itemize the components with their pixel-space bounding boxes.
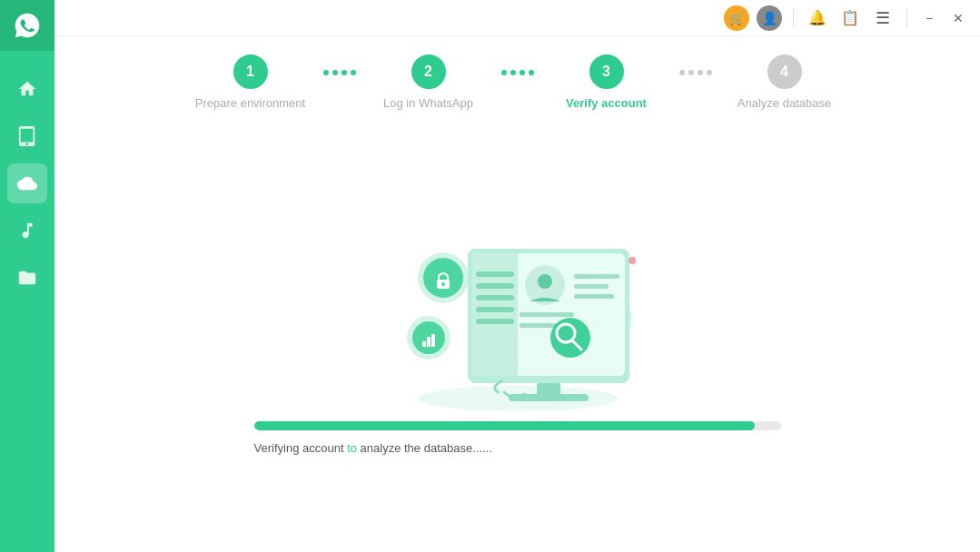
- step-2-label: Log in WhatsApp: [383, 96, 473, 110]
- svg-rect-8: [427, 337, 431, 347]
- sidebar-item-device[interactable]: [7, 116, 47, 156]
- minimize-button[interactable]: −: [918, 7, 940, 29]
- app-logo: [0, 0, 54, 51]
- sidebar: [0, 0, 54, 552]
- step-1-circle: 1: [233, 54, 268, 89]
- step-dots-3: [679, 70, 712, 75]
- dot: [520, 70, 525, 75]
- step-1: 1 Prepare environment: [178, 54, 323, 110]
- monitor-illustration: [363, 203, 672, 421]
- sidebar-item-music[interactable]: [7, 211, 47, 251]
- progress-text-before: Verifying account: [254, 441, 348, 455]
- sidebar-item-home[interactable]: [7, 69, 47, 109]
- sidebar-item-folder[interactable]: [7, 258, 47, 298]
- user-icon[interactable]: 👤: [757, 5, 782, 31]
- step-4-circle: 4: [767, 54, 802, 89]
- step-2-circle: 2: [411, 54, 446, 89]
- svg-rect-27: [574, 294, 614, 299]
- svg-rect-28: [520, 312, 574, 317]
- dot: [698, 70, 703, 75]
- sidebar-item-backup[interactable]: [7, 163, 47, 203]
- svg-point-2: [423, 258, 463, 298]
- notes-icon[interactable]: 📋: [837, 5, 863, 31]
- step-3-label: Verify account: [566, 96, 647, 110]
- divider-1: [793, 9, 794, 27]
- app-container: 🛒 👤 🔔 📋 ☰ − ✕ 1 Prepare environment: [0, 0, 980, 552]
- dot: [679, 70, 685, 75]
- svg-rect-9: [431, 334, 435, 347]
- svg-rect-21: [476, 307, 514, 312]
- main-content: 🛒 👤 🔔 📋 ☰ − ✕ 1 Prepare environment: [54, 0, 980, 552]
- step-3-circle: 3: [589, 54, 624, 89]
- dot: [688, 70, 694, 75]
- svg-point-16: [629, 257, 636, 264]
- svg-point-24: [538, 274, 552, 289]
- progress-text: Verifying account to analyze the databas…: [254, 441, 781, 455]
- svg-rect-22: [476, 319, 514, 324]
- dot: [332, 70, 338, 75]
- dot: [342, 70, 347, 75]
- title-bar: 🛒 👤 🔔 📋 ☰ − ✕: [54, 0, 980, 36]
- steps-container: 1 Prepare environment 2 Log in WhatsApp: [54, 36, 980, 124]
- step-2: 2 Log in WhatsApp: [356, 54, 501, 110]
- step-3: 3 Verify account: [534, 54, 679, 110]
- menu-icon[interactable]: ☰: [870, 5, 896, 31]
- svg-rect-7: [422, 341, 426, 347]
- dot: [510, 70, 516, 75]
- sidebar-nav: [7, 69, 47, 552]
- cart-icon[interactable]: 🛒: [724, 5, 749, 31]
- step-dots-1: [323, 70, 356, 75]
- step-1-label: Prepare environment: [195, 96, 305, 110]
- progress-section: Verifying account to analyze the databas…: [236, 421, 799, 455]
- svg-rect-25: [574, 274, 619, 279]
- svg-point-4: [441, 282, 445, 286]
- step-4: 4 Analyze database: [712, 54, 857, 110]
- dot: [501, 70, 507, 75]
- divider-2: [906, 9, 907, 27]
- step-dots-2: [501, 70, 534, 75]
- svg-rect-20: [476, 295, 514, 301]
- illustration-area: Verifying account to analyze the databas…: [54, 124, 980, 552]
- svg-rect-29: [520, 323, 559, 328]
- step-4-label: Analyze database: [737, 96, 831, 110]
- progress-bar-container: [254, 421, 781, 430]
- svg-rect-33: [537, 383, 560, 396]
- svg-rect-18: [476, 271, 514, 277]
- svg-point-30: [550, 318, 590, 358]
- svg-rect-26: [574, 284, 609, 289]
- bell-icon[interactable]: 🔔: [805, 5, 830, 31]
- close-button[interactable]: ✕: [947, 7, 969, 29]
- progress-text-after: analyze the database......: [357, 441, 492, 455]
- svg-rect-19: [476, 283, 514, 289]
- progress-highlight: to: [347, 441, 357, 455]
- progress-bar-fill: [254, 421, 755, 430]
- dot: [323, 70, 329, 75]
